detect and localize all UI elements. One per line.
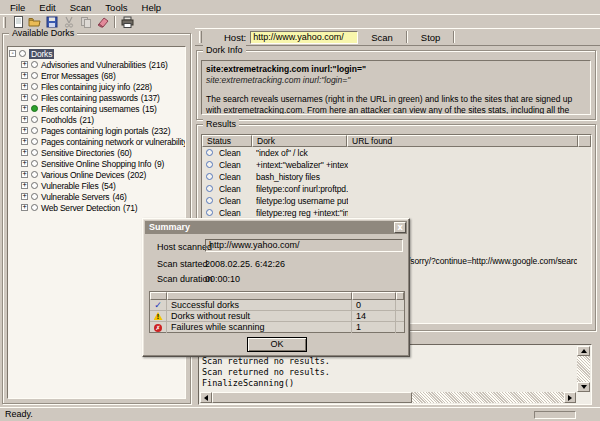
dork-text: "index of" / lck [256,148,348,158]
scroll-right-button[interactable] [564,392,576,403]
status-text: Clean [219,148,241,158]
tree-item-label: Vulnerable Files [41,181,98,191]
category-circle-icon [31,160,38,167]
menu-file[interactable]: File [3,1,32,14]
stats-header-row [150,292,404,300]
copy-button[interactable] [78,16,93,29]
tree-item-online-devices[interactable]: +Various Online Devices(202) [21,169,185,180]
expand-icon[interactable]: + [21,149,28,156]
tree-item-count: (71) [123,203,137,213]
stat-row-successful: ✓ Successful dorks 0 [150,300,404,311]
menu-bar: File Edit Scan Tools Help [0,0,600,14]
print-button[interactable] [120,16,135,29]
arrow-up-icon [581,349,587,353]
scan-button[interactable]: Scan [364,31,400,44]
tree-item-network-data[interactable]: +Pages containing network or vulnerabili… [21,136,185,147]
stop-button[interactable]: Stop [414,31,448,44]
eraser-icon [96,16,109,28]
tree-item-juicy-info[interactable]: +Files containing juicy info(228) [21,81,185,92]
expand-icon[interactable]: + [21,94,28,101]
category-circle-icon [31,72,38,79]
tree-item-error-messages[interactable]: +Error Messages(68) [21,70,185,81]
host-input[interactable] [250,31,358,44]
scrollbar-thumb[interactable] [212,392,412,403]
expand-icon[interactable]: + [21,83,28,90]
summary-dialog: Summary x Host scanned http://www.yahoo.… [142,218,410,357]
menu-tools[interactable]: Tools [98,1,134,14]
result-row[interactable]: Clean"index of" / lck [202,147,591,159]
application-window: File Edit Scan Tools Help Avail [0,0,600,421]
tree-item-vulnerable-servers[interactable]: +Vulnerable Servers(46) [21,191,185,202]
save-button[interactable] [44,16,59,29]
warning-icon: ! [154,312,163,320]
expand-icon[interactable]: + [21,138,28,145]
result-row[interactable]: Clean+intext:"webalizer" +intext:"T... [202,159,591,171]
dork-text: filetype:reg reg +intext:"intern... [256,208,348,218]
expand-icon[interactable]: + [21,105,28,112]
log-horizontal-scrollbar[interactable] [200,392,576,403]
tree-item-sensitive-directories[interactable]: +Sensitive Directories(60) [21,147,185,158]
tree-item-shopping-info[interactable]: +Sensitive Online Shopping Info(9) [21,158,185,169]
result-row[interactable]: Cleanfiletype:log username putty [202,195,591,207]
new-document-button[interactable] [10,16,25,29]
tree-item-login-portals[interactable]: +Pages containing login portals(232) [21,125,185,136]
arrow-left-icon [204,395,208,401]
error-icon-cell: ✗ [150,322,167,333]
clean-status-icon [206,185,213,192]
tree-item-advisories[interactable]: +Advisories and Vulnerabilities(216) [21,59,185,70]
column-url-found[interactable]: URL found [347,135,578,147]
save-icon [46,16,58,28]
expand-icon[interactable]: + [21,127,28,134]
stat-row-no-result: ! Dorks without result 14 [150,311,404,322]
clean-status-icon [206,173,213,180]
expand-icon[interactable]: + [21,204,28,211]
clean-status-icon [206,149,213,156]
expand-icon[interactable]: + [21,61,28,68]
tree-item-web-server-detection[interactable]: +Web Server Detection(71) [21,202,185,213]
tree-item-vulnerable-files[interactable]: +Vulnerable Files(54) [21,180,185,191]
tree-item-passwords[interactable]: +Files containing passwords(137) [21,92,185,103]
expand-icon[interactable]: + [21,160,28,167]
log-text[interactable]: Scan returned no results. Scan returned … [202,356,575,392]
tree-item-label: Files containing passwords [41,93,138,103]
menu-scan[interactable]: Scan [63,1,99,14]
column-extra [578,135,591,147]
scroll-up-button[interactable] [577,346,590,356]
stats-header-value [352,292,396,300]
tree-item-count: (15) [142,104,156,114]
tree-item-footholds[interactable]: +Footholds(21) [21,114,185,125]
menu-edit[interactable]: Edit [32,1,62,14]
host-toolbar-grip[interactable] [199,31,202,43]
scroll-down-button[interactable] [577,382,590,392]
log-vertical-scrollbar[interactable] [577,346,590,392]
expand-icon[interactable]: + [21,171,28,178]
result-row[interactable]: Cleanfiletype:conf inurl:proftpd.conf ..… [202,183,591,195]
erase-button[interactable] [95,16,110,29]
cut-button[interactable] [61,16,76,29]
tree-item-label: Vulnerable Servers [41,192,109,202]
column-dork[interactable]: Dork [252,135,347,147]
expand-icon[interactable]: + [21,182,28,189]
stats-header-extra [396,292,404,300]
menu-help[interactable]: Help [135,1,169,14]
available-dorks-title: Available Dorks [9,28,77,38]
clean-status-icon [206,197,213,204]
dialog-titlebar[interactable]: Summary x [145,221,407,234]
scroll-left-button[interactable] [200,392,212,403]
result-row[interactable]: Cleanbash_history files [202,171,591,183]
expand-icon[interactable]: + [21,72,28,79]
new-document-icon [12,16,24,28]
ok-button[interactable]: OK [247,337,307,352]
open-folder-button[interactable] [27,16,42,29]
scrollbar-track[interactable] [412,392,564,403]
tree-root-dorks[interactable]: - Dorks [9,48,185,59]
host-scanned-label: Host scanned [157,242,212,252]
toolbar [0,14,600,29]
column-status[interactable]: Status [202,135,252,147]
expand-icon[interactable]: + [21,116,28,123]
tree-item-usernames[interactable]: +Files containing usernames(15) [21,103,185,114]
expand-icon[interactable]: + [21,193,28,200]
close-button[interactable]: x [394,222,406,233]
collapse-icon[interactable]: - [9,50,16,57]
toolbar-grip[interactable] [3,17,6,28]
